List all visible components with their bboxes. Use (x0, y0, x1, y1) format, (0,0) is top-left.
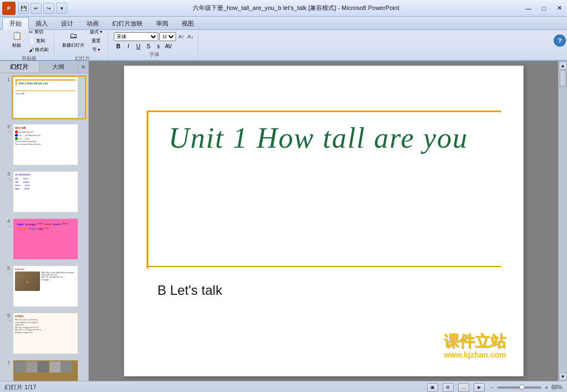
title-bar: P 💾 ↩ ↪ ▾ 六年级下册_how_tall_are_you_b let's… (0, 0, 567, 17)
zoom-thumb[interactable] (519, 384, 525, 390)
scroll-up-button[interactable]: ▲ (559, 62, 567, 69)
slide-number-3: 3 (2, 170, 10, 177)
paste-button[interactable]: 📋 粘贴 (8, 28, 26, 54)
copy-button[interactable]: 📄复制 (27, 37, 51, 45)
slide-number-6: 6 (2, 311, 10, 318)
section-button[interactable]: 节 ▾ (88, 46, 104, 54)
slide-top-border (147, 110, 501, 112)
clipboard-group: 📋 粘贴 ✂剪切 📄复制 🖌格式刷 剪贴板 (4, 31, 54, 59)
main-slide[interactable]: Unit 1 How tall are you B Let's talk 课件立… (124, 66, 524, 376)
slide-thumb-5[interactable]: 5 ☆ Let's try... 🐅 Mike: Hey, You are ta… (2, 264, 86, 308)
zoom-in-button[interactable]: ＋ (544, 384, 549, 391)
slide2-thumb-title: let's talk (15, 126, 76, 129)
star-icon-2: ☆ (8, 129, 12, 134)
minimize-button[interactable]: — (520, 1, 536, 16)
shadow-button[interactable]: s (154, 42, 163, 50)
slide-thumb-1[interactable]: 1 Unit 1 How tall are you Let's talk (2, 76, 86, 119)
panel-close-button[interactable]: ✕ (78, 61, 88, 73)
slide-preview-7[interactable] (12, 359, 86, 381)
scroll-track[interactable] (559, 70, 567, 372)
slide-number-5: 5 (2, 264, 10, 271)
panel-tabs[interactable]: 幻灯片 大纲 ✕ (0, 61, 88, 73)
tab-view[interactable]: 视图 (175, 18, 200, 29)
redo-button[interactable]: ↪ (43, 3, 54, 14)
slideshow-button[interactable]: ▶ (474, 383, 485, 392)
save-button[interactable]: 💾 (18, 3, 29, 14)
watermark-chinese: 课件立站 (444, 333, 506, 350)
normal-view-button[interactable]: ▣ (427, 383, 438, 392)
tab-start[interactable]: 开始 (2, 17, 29, 30)
slide-sorter-button[interactable]: ⊞ (443, 383, 454, 392)
layout-button[interactable]: 版式 ▾ (88, 28, 104, 36)
slide-title[interactable]: Unit 1 How tall are you (169, 122, 469, 154)
slide1-thumb-sub: Let's talk (16, 92, 76, 95)
slide-thumb-4[interactable]: 4 ☆ bigger stronger smaller shorter heav… (2, 217, 86, 261)
reset-button[interactable]: 重置 (88, 37, 104, 45)
font-label: 字体 (149, 51, 159, 58)
canvas-scrollbar[interactable]: ▲ ▼ (558, 61, 567, 381)
app-icon: P (2, 2, 16, 15)
slide-panel: 幻灯片 大纲 ✕ 1 Unit 1 How tall are you Let's… (0, 61, 89, 381)
slide1-thumb-title: Unit 1 How tall are you (18, 82, 76, 85)
ribbon: 开始 插入 设计 动画 幻灯片放映 审阅 视图 📋 粘贴 ✂剪切 📄复制 (0, 17, 567, 61)
slide-number-2: 2 (2, 123, 10, 129)
help-button[interactable]: ? (554, 34, 566, 47)
char-spacing-button[interactable]: AV (164, 42, 173, 50)
slide-preview-3[interactable]: 词汇量词的来历 tallershorter olderyounger heavi… (12, 170, 86, 214)
maximize-button[interactable]: □ (536, 1, 551, 16)
slide-left-border (147, 110, 148, 269)
slide3-thumb-title: 词汇量词的来历 (15, 173, 76, 176)
undo-button[interactable]: ↩ (31, 3, 42, 14)
outline-tab[interactable]: 大纲 (39, 61, 79, 73)
font-grow-button[interactable]: A↑ (177, 33, 185, 40)
star-icon-4: ☆ (8, 224, 12, 229)
new-slide-button[interactable]: 🗂 新建幻灯片 (60, 28, 87, 54)
watermark: 课件立站 www.kjzhan.com (444, 333, 506, 359)
reading-view-button[interactable]: 📖 (458, 383, 469, 392)
slide-preview-1[interactable]: Unit 1 How tall are you Let's talk (12, 76, 86, 119)
zoom-slider[interactable] (497, 386, 541, 389)
strikethrough-button[interactable]: S (144, 42, 153, 50)
slides-list[interactable]: 1 Unit 1 How tall are you Let's talk (0, 73, 88, 381)
underline-button[interactable]: U (134, 42, 143, 50)
slide-preview-2[interactable]: let's talk How heavy are you? I am ___ k… (12, 123, 86, 167)
bold-button[interactable]: B (114, 42, 123, 50)
quick-access-toolbar[interactable]: 💾 ↩ ↪ ▾ (18, 3, 67, 14)
slide-preview-5[interactable]: Let's try... 🐅 Mike: Hey, You are talkin… (12, 264, 86, 308)
slide-number-1: 1 (2, 76, 10, 82)
tab-slideshow[interactable]: 幻灯片放映 (106, 18, 149, 29)
slide-counter: 幻灯片 1/17 (4, 383, 36, 391)
canvas-area: Unit 1 How tall are you B Let's talk 课件立… (89, 61, 558, 381)
status-bar: 幻灯片 1/17 ▣ ⊞ 📖 ▶ － ＋ 66% (0, 381, 567, 392)
slides-tab[interactable]: 幻灯片 (0, 61, 39, 73)
star-icon-3: ☆ (8, 177, 12, 182)
slide6-thumb-title: 对话课文 (15, 315, 76, 318)
status-right: ▣ ⊞ 📖 ▶ － ＋ 66% (427, 383, 563, 392)
zoom-percentage: 66% (551, 384, 563, 390)
window-controls[interactable]: — □ ✕ (520, 1, 567, 16)
slide-subtitle[interactable]: B Let's talk (158, 283, 223, 298)
font-family-select[interactable]: 宋体 (114, 32, 158, 41)
watermark-url: www.kjzhan.com (444, 350, 506, 359)
slide-thumb-2[interactable]: 2 ☆ let's talk How heavy are you? I am _… (2, 123, 86, 167)
tab-review[interactable]: 审阅 (149, 18, 175, 29)
scroll-thumb[interactable] (560, 70, 566, 87)
slide-preview-6[interactable]: 对话课文 Mike: Hey, Trivia. Let all sitting … (12, 311, 86, 355)
dropdown-button[interactable]: ▾ (56, 3, 67, 14)
close-button[interactable]: ✕ (551, 1, 567, 16)
zoom-out-button[interactable]: － (489, 384, 495, 391)
font-shrink-button[interactable]: A↓ (187, 33, 195, 40)
slide-bottom-border (147, 266, 501, 267)
italic-button[interactable]: I (124, 42, 133, 50)
font-size-select[interactable]: 18 (159, 32, 176, 41)
main-area: 幻灯片 大纲 ✕ 1 Unit 1 How tall are you Let's… (0, 61, 567, 381)
slide-preview-4[interactable]: bigger stronger smaller shorter heavier … (12, 217, 86, 261)
cut-button[interactable]: ✂剪切 (27, 28, 51, 36)
font-group: 宋体 18 A↑ A↓ B I U S s AV 字体 (111, 31, 198, 59)
slide-thumb-6[interactable]: 6 ☆ 对话课文 Mike: Hey, Trivia. Let all sitt… (2, 311, 86, 355)
slide-thumb-7[interactable]: 7 (2, 359, 86, 381)
slide-thumb-3[interactable]: 3 ☆ 词汇量词的来历 tallershorter olderyounger h… (2, 170, 86, 214)
ribbon-content: 📋 粘贴 ✂剪切 📄复制 🖌格式刷 剪贴板 (0, 30, 567, 60)
format-painter-button[interactable]: 🖌格式刷 (27, 46, 51, 54)
scroll-down-button[interactable]: ▼ (559, 373, 567, 380)
